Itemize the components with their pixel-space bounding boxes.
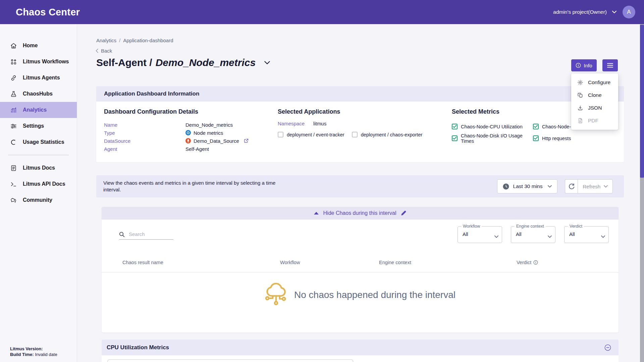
info-button[interactable]: Info (571, 59, 597, 71)
filter-value: All (569, 231, 575, 237)
chevron-down-icon (548, 233, 552, 239)
sidebar-item-usage-statistics[interactable]: Usage Statistics (0, 134, 77, 150)
sidebar-item-label: Litmus Agents (23, 75, 60, 81)
breadcrumb-application-dashboard[interactable]: Application-dashboard (123, 38, 173, 43)
sidebar-item-chaoshubs[interactable]: ChaosHubs (0, 86, 77, 102)
menu-item-pdf[interactable]: PDF (571, 114, 618, 127)
sidebar-item-litmus-agents[interactable]: Litmus Agents (0, 70, 77, 86)
page-scrollbar-track[interactable] (640, 24, 644, 362)
external-link-icon[interactable] (244, 138, 249, 143)
table-header-row: Chaos result name Workflow Engine contex… (102, 260, 619, 268)
sidebar-item-label: Usage Statistics (23, 139, 64, 145)
sidebar-item-label: Litmus API Docs (23, 181, 65, 187)
back-button[interactable]: Back (96, 48, 112, 54)
clock-icon (503, 183, 509, 190)
chevron-down-icon (612, 11, 616, 13)
checkbox-checked[interactable] (533, 124, 539, 129)
time-interval-description: View the chaos events and metrics in a g… (103, 180, 291, 193)
filter-value: All (463, 231, 468, 237)
sidebar-item-home[interactable]: Home (0, 38, 77, 54)
avatar[interactable]: A (623, 6, 635, 18)
refresh-label: Refresh (583, 184, 600, 189)
column-verdict: Verdict (517, 260, 538, 265)
sidebar-item-litmus-api-docs[interactable]: Litmus API Docs (0, 176, 77, 192)
usage-icon (10, 139, 17, 146)
chaos-events-card: Hide Chaos during this interval Workflow… (102, 207, 619, 333)
info-circle-icon[interactable] (533, 260, 538, 265)
app-option-event-tracker: deployment / event-tracker (278, 132, 344, 137)
config-row-name: Name Demo_Node_metrics (104, 121, 272, 129)
checkbox-checked[interactable] (533, 135, 539, 141)
sidebar-item-label: Community (23, 197, 52, 203)
sidebar-item-litmus-workflows[interactable]: Litmus Workflows (0, 54, 77, 70)
app-header: Chaos Center admin's project(Owner) A (0, 0, 644, 24)
sidebar-item-community[interactable]: Community (0, 192, 77, 208)
config-row-datasource: DataSource Demo_Data_Source (104, 137, 272, 145)
config-value: Self-Agent (185, 146, 272, 152)
dashboard-info-panel: Application Dashboard Information Dashbo… (96, 86, 624, 162)
prometheus-icon (185, 138, 191, 143)
refresh-interval-select[interactable]: Refresh (578, 179, 613, 193)
config-row-type: Type Node metrics (104, 129, 272, 137)
menu-item-json[interactable]: JSON (571, 102, 618, 114)
download-icon (577, 105, 583, 111)
workflow-filter-select[interactable]: Workflow All (458, 226, 502, 243)
config-value-text: Demo_Data_Source (194, 138, 239, 144)
title-chevron-down-icon[interactable] (264, 61, 270, 65)
column-workflow: Workflow (280, 260, 300, 265)
cpu-metrics-body (102, 355, 619, 362)
metric-option: Chaos-Node-CPU Utilization (452, 124, 533, 129)
application-options: deployment / event-tracker deployment / … (278, 132, 439, 137)
time-range-select[interactable]: Last 30 mins (497, 179, 558, 193)
config-value: Demo_Data_Source (185, 138, 272, 144)
sidebar-item-label: Home (23, 43, 38, 49)
collapse-minus-icon[interactable] (604, 344, 611, 351)
breadcrumb-separator: / (119, 38, 120, 43)
checkbox-checked[interactable] (452, 135, 458, 141)
cloud-circuit-icon (265, 281, 287, 309)
community-icon (10, 197, 17, 204)
column-verdict-label: Verdict (517, 260, 531, 265)
gear-icon (577, 79, 583, 85)
menu-item-clone[interactable]: Clone (571, 89, 618, 102)
config-label: Name (104, 122, 185, 128)
breadcrumb-analytics[interactable]: Analytics (96, 38, 116, 43)
search-field (119, 231, 173, 240)
app-option-label: deployment / event-tracker (287, 132, 344, 137)
config-label: DataSource (104, 138, 185, 144)
menu-item-configure[interactable]: Configure (571, 76, 618, 89)
page-title: Self-Agent / Demo_Node_metrics (96, 57, 270, 68)
cpu-metrics-title: CPU Utilization Metrics (107, 344, 169, 351)
sidebar-item-analytics[interactable]: Analytics (0, 102, 77, 118)
file-icon (577, 118, 583, 124)
edit-pencil-icon[interactable] (401, 210, 406, 216)
configuration-details-title: Dashboard Configuration Details (104, 108, 272, 115)
sidebar-item-settings[interactable]: Settings (0, 118, 77, 134)
refresh-now-button[interactable] (565, 179, 578, 193)
config-label: Type (104, 130, 185, 136)
engine-context-filter-select[interactable]: Engine context All (511, 226, 555, 243)
search-input[interactable] (128, 231, 168, 237)
verdict-filter-select[interactable]: Verdict All (564, 226, 609, 243)
project-switcher[interactable]: admin's project(Owner) (553, 9, 616, 15)
search-icon (119, 232, 125, 237)
metric-label: Chaos-Node-Disk I/O Usage Times (461, 133, 533, 144)
checkbox-checked[interactable] (452, 124, 458, 129)
dashboard-info-body: Dashboard Configuration Details Name Dem… (96, 102, 624, 162)
table-filters: Workflow All Engine context All Verdict … (458, 226, 609, 243)
sliders-icon (10, 123, 17, 130)
chaos-center-screen: Chaos Center admin's project(Owner) A Ho… (0, 0, 644, 362)
metric-label: Chaos-Node-CPU Utilization (461, 124, 523, 129)
sidebar: Home Litmus Workflows Litmus Agents Chao… (0, 24, 77, 362)
project-label: admin's project(Owner) (553, 9, 607, 15)
metric-option: Chaos-Node-Disk I/O Usage Times (452, 133, 533, 144)
hide-chaos-toggle[interactable]: Hide Chaos during this interval (102, 207, 619, 220)
page-scrollbar-thumb[interactable] (640, 25, 644, 178)
more-actions-button[interactable] (602, 59, 618, 71)
sidebar-item-litmus-docs[interactable]: Litmus Docs (0, 160, 77, 176)
column-chaos-result-name: Chaos result name (122, 260, 163, 265)
checkbox-unchecked[interactable] (278, 132, 283, 137)
time-range-value: Last 30 mins (513, 183, 543, 189)
checkbox-unchecked[interactable] (352, 132, 358, 137)
configuration-details-column: Dashboard Configuration Details Name Dem… (104, 102, 272, 153)
